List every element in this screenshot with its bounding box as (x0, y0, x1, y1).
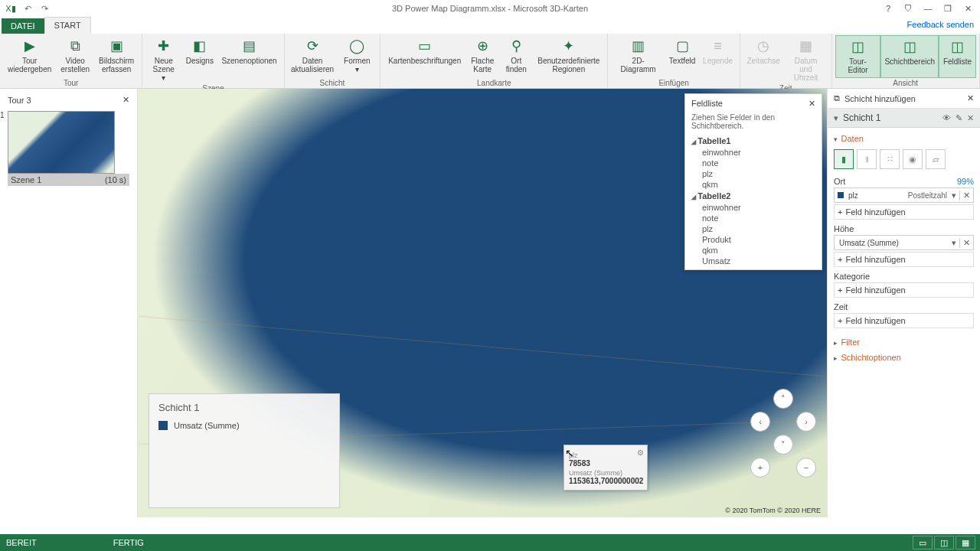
data-tooltip: ⚙ plz 78583 Umsatz (Summe) 1153613,70000… (564, 445, 648, 491)
status-ready: BEREIT (6, 538, 37, 547)
tab-start[interactable]: START (44, 17, 91, 34)
layer-name: Schicht 1 (843, 112, 938, 123)
remove-field-icon[interactable]: ✕ (959, 191, 973, 201)
add-time-field[interactable]: +Feld hinzufügen (834, 313, 974, 328)
location-field-row[interactable]: plz Postleitzahl ▾ ✕ (834, 187, 974, 203)
designs-button[interactable]: ◧Designs (181, 35, 217, 83)
field-item[interactable]: Umsatz (691, 256, 815, 266)
flat-map-button[interactable]: ⊕FlacheKarte (466, 35, 499, 78)
redo-button[interactable]: ↷ (37, 2, 52, 15)
clock-icon: ◷ (754, 37, 773, 55)
dropdown-icon[interactable]: ▾ (949, 191, 959, 201)
viz-bubble[interactable]: ∷ (880, 149, 900, 169)
labels-icon: ▭ (416, 37, 434, 55)
field-item[interactable]: einwohner (691, 147, 815, 158)
tour-editor-pane: Tour 3 ✕ 1 Szene 1 (10 s) (0, 89, 138, 517)
field-list-popup[interactable]: Feldliste✕ Ziehen Sie Felder in den Schi… (684, 93, 822, 270)
globe-icon: ⊕ (473, 37, 492, 55)
create-video-button[interactable]: ⧉Videoerstellen (56, 35, 94, 78)
pin-icon: ⚲ (507, 37, 525, 55)
add-location-field[interactable]: +Feld hinzufügen (834, 204, 974, 220)
layer-pane-toggle[interactable]: ◫Schichtbereich (880, 35, 939, 78)
table2-name[interactable]: Tabelle2 (691, 190, 815, 202)
close-layer-pane[interactable]: ✕ (967, 93, 974, 103)
view-button-1[interactable]: ▭ (913, 536, 933, 549)
tilt-up-button[interactable]: ˄ (773, 389, 793, 409)
zoom-out-button[interactable]: − (796, 458, 816, 478)
ribbon-options-button[interactable]: ⛉ (899, 2, 917, 15)
calendar-icon: ▦ (797, 37, 815, 55)
field-item[interactable]: note (691, 213, 815, 223)
rotate-right-button[interactable]: › (796, 412, 816, 432)
field-item[interactable]: qkm (691, 179, 815, 190)
geocode-pct[interactable]: 99% (957, 177, 974, 186)
viz-heatmap[interactable]: ◉ (903, 149, 923, 169)
play-tour-button[interactable]: ▶Tourwiedergeben (3, 35, 56, 78)
view-button-2[interactable]: ◫ (934, 536, 954, 549)
map-legend[interactable]: Schicht 1 Umsatz (Summe) (149, 393, 340, 508)
add-layer-icon: ⧉ (834, 93, 840, 103)
section-data[interactable]: Daten (834, 131, 974, 146)
feedback-link[interactable]: Feedback senden (907, 20, 974, 29)
viz-stacked-column[interactable]: ▮ (834, 149, 854, 169)
add-category-field[interactable]: +Feld hinzufügen (834, 282, 974, 298)
tab-file[interactable]: DATEI (2, 18, 44, 34)
find-location-button[interactable]: ⚲Ortfinden (499, 35, 533, 78)
group-tour: Tour (3, 78, 139, 88)
textbox-icon: ▢ (673, 37, 691, 55)
panel-icon: ◫ (900, 37, 919, 56)
shapes-button[interactable]: ◯Formen ▾ (337, 35, 377, 78)
rename-icon[interactable]: ✎ (956, 113, 962, 123)
tooltip-val2: 1153613,7000000002 (569, 477, 642, 485)
fieldlist-title: Feldliste (691, 99, 723, 109)
gear-icon[interactable]: ⚙ (637, 448, 644, 457)
field-item[interactable]: Produkt (691, 234, 815, 245)
minimize-button[interactable]: — (919, 2, 937, 15)
category-label: Kategorie (834, 272, 870, 281)
close-fieldlist[interactable]: ✕ (808, 99, 815, 109)
textbox-button[interactable]: ▢Textfeld (665, 35, 699, 78)
table1-name[interactable]: Tabelle1 (691, 135, 815, 147)
undo-button[interactable]: ↶ (20, 2, 35, 15)
refresh-data-button[interactable]: ⟳Datenaktualisieren (288, 35, 338, 78)
help-button[interactable]: ? (879, 2, 897, 15)
field-item[interactable]: einwohner (691, 202, 815, 213)
scene-options-button[interactable]: ▤Szenenoptionen (217, 35, 280, 83)
field-item[interactable]: qkm (691, 245, 815, 256)
close-button[interactable]: ✕ (959, 2, 977, 15)
field-item[interactable]: plz (691, 168, 815, 179)
capture-screen-button[interactable]: ▣Bildschirmerfassen (94, 35, 139, 78)
tour-editor-toggle[interactable]: ◫Tour-Editor (835, 35, 881, 78)
map-labels-button[interactable]: ▭Kartenbeschriftungen (384, 35, 466, 78)
scene-thumbnail[interactable]: 1 Szene 1 (10 s) (8, 111, 129, 186)
view-button-3[interactable]: ▦ (956, 536, 975, 549)
fieldlist-toggle[interactable]: ◫Feldliste (939, 35, 976, 78)
field-item[interactable]: note (691, 158, 815, 168)
viz-region[interactable]: ▱ (926, 149, 946, 169)
rotate-left-button[interactable]: ‹ (750, 412, 770, 432)
tilt-down-button[interactable]: ˅ (773, 435, 793, 455)
map-canvas[interactable]: Feldliste✕ Ziehen Sie Felder in den Schi… (138, 89, 827, 517)
viz-clustered-column[interactable]: ⫴ (857, 149, 877, 169)
eye-icon[interactable]: 👁 (942, 113, 951, 122)
height-field-row[interactable]: Umsatz (Summe) ▾ ✕ (834, 235, 974, 250)
2d-chart-button[interactable]: ▥2D-Diagramm (611, 35, 665, 78)
delete-layer-icon[interactable]: ✕ (967, 113, 974, 123)
field-item[interactable]: plz (691, 223, 815, 234)
new-scene-button[interactable]: ✚NeueSzene ▾ (145, 35, 181, 83)
zoom-in-button[interactable]: + (750, 458, 770, 478)
close-tour-pane[interactable]: ✕ (122, 95, 129, 105)
dropdown-icon[interactable]: ▾ (949, 238, 959, 248)
refresh-icon: ⟳ (303, 37, 322, 55)
maximize-button[interactable]: ❐ (939, 2, 957, 15)
section-layer-options[interactable]: Schichtoptionen (834, 350, 974, 365)
fieldlist-hint: Ziehen Sie Felder in den Schichtbereich. (685, 113, 822, 133)
section-filter[interactable]: Filter (834, 334, 974, 350)
content-area: Tour 3 ✕ 1 Szene 1 (10 s) Feldliste✕ Zie… (0, 89, 980, 517)
layer-header[interactable]: ▾ Schicht 1 👁 ✎ ✕ (828, 109, 980, 128)
remove-field-icon[interactable]: ✕ (959, 238, 973, 248)
add-layer-button[interactable]: ⧉Schicht hinzufügen (834, 93, 916, 103)
legend-button[interactable]: ≡Legende (699, 35, 737, 78)
add-height-field[interactable]: +Feld hinzufügen (834, 252, 974, 267)
custom-regions-button[interactable]: ✦BenutzerdefinierteRegionen (533, 35, 604, 78)
